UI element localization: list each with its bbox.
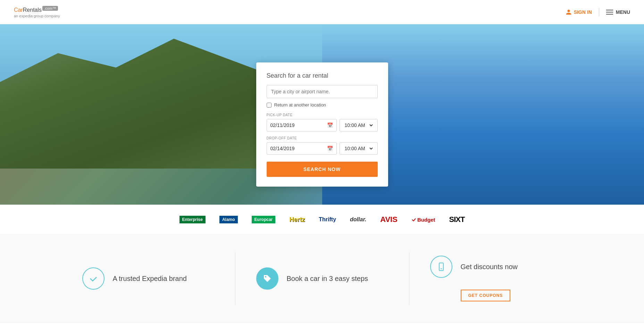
partner-sixt: SIXT	[449, 215, 465, 224]
feature-discounts: Get discounts now GET COUPONS	[409, 249, 583, 308]
pickup-calendar-icon[interactable]: 📅	[327, 122, 333, 128]
features-section: A trusted Expedia brand Book a car in 3 …	[0, 235, 644, 322]
book-text: Book a car in 3 easy steps	[287, 274, 368, 283]
feature-discount-top: Get discounts now	[430, 256, 518, 278]
trusted-text: A trusted Expedia brand	[113, 274, 187, 283]
hamburger-icon	[606, 10, 613, 15]
return-location-checkbox[interactable]	[267, 103, 271, 108]
partner-hertz: Hertz	[289, 216, 305, 223]
discount-icon-circle	[430, 256, 452, 278]
logo-car-text: Car	[14, 7, 23, 13]
dropoff-date-section: DROP-OFF DATE 📅 10:00 AM 11:00 AM 12:00 …	[267, 136, 378, 155]
partner-europcar: Europcar	[252, 216, 276, 223]
dropoff-date-label: DROP-OFF DATE	[267, 136, 378, 140]
person-icon	[566, 9, 572, 15]
hero-section: Search for a car rental Return at anothe…	[0, 24, 644, 205]
search-now-button[interactable]: SEARCH NOW	[267, 162, 378, 177]
dropoff-date-row: 📅 10:00 AM 11:00 AM 12:00 PM	[267, 142, 378, 155]
phone-icon	[436, 262, 446, 272]
dropoff-date-input-wrap: 📅	[267, 142, 337, 155]
location-input[interactable]	[267, 85, 378, 98]
dropoff-calendar-icon[interactable]: 📅	[327, 146, 333, 151]
nav-divider	[599, 8, 599, 16]
partners-section: Enterprise Alamo Europcar Hertz Thrifty …	[0, 205, 644, 235]
partner-dollar: dollar.	[350, 216, 366, 223]
menu-button[interactable]: MENU	[606, 9, 630, 15]
search-title: Search for a car rental	[267, 72, 378, 79]
trusted-icon-circle	[82, 267, 104, 290]
get-coupons-button[interactable]: GET COUPONS	[461, 290, 511, 301]
feature-trusted: A trusted Expedia brand	[61, 249, 235, 308]
partner-thrifty: Thrifty	[319, 216, 336, 223]
return-location-label: Return at another location	[274, 102, 326, 108]
logo-rentals-text: Rentals.com™	[23, 7, 58, 13]
return-location-row: Return at another location	[267, 102, 378, 108]
dropoff-date-input[interactable]	[270, 146, 327, 151]
trusted-section: Trusted by over 8 Million customers and …	[0, 322, 644, 325]
header-nav: SIGN IN MENU	[566, 8, 630, 16]
logo: CarRentals.com™ an expedia group company	[14, 6, 60, 18]
sign-in-button[interactable]: SIGN IN	[566, 9, 592, 15]
pickup-date-label: PICK-UP DATE	[267, 113, 378, 117]
pickup-date-section: PICK-UP DATE 📅 10:00 AM 11:00 AM 12:00 P…	[267, 113, 378, 131]
feature-book: Book a car in 3 easy steps	[235, 249, 409, 308]
tag-icon	[262, 274, 272, 283]
svg-point-0	[265, 276, 266, 277]
logo-com-text: .com™	[42, 6, 58, 11]
budget-check-icon	[411, 217, 416, 222]
partner-avis: AVIS	[380, 215, 398, 224]
pickup-time-select[interactable]: 10:00 AM 11:00 AM 12:00 PM	[343, 122, 374, 128]
pickup-date-input-wrap: 📅	[267, 119, 337, 131]
pickup-time-wrap: 10:00 AM 11:00 AM 12:00 PM	[340, 119, 378, 131]
dropoff-time-wrap: 10:00 AM 11:00 AM 12:00 PM	[340, 142, 378, 155]
svg-rect-1	[439, 263, 443, 271]
book-icon-circle	[256, 267, 278, 290]
search-form: Search for a car rental Return at anothe…	[256, 62, 388, 187]
logo-subtitle: an expedia group company	[14, 14, 60, 18]
site-header: CarRentals.com™ an expedia group company…	[0, 0, 644, 24]
partner-enterprise: Enterprise	[179, 216, 206, 223]
partner-budget: Budget	[411, 217, 435, 223]
check-icon	[89, 274, 98, 283]
dropoff-time-select[interactable]: 10:00 AM 11:00 AM 12:00 PM	[343, 145, 374, 152]
pickup-date-input[interactable]	[270, 122, 327, 128]
pickup-date-row: 📅 10:00 AM 11:00 AM 12:00 PM	[267, 119, 378, 131]
partner-alamo: Alamo	[219, 216, 238, 223]
discount-text: Get discounts now	[461, 262, 518, 271]
